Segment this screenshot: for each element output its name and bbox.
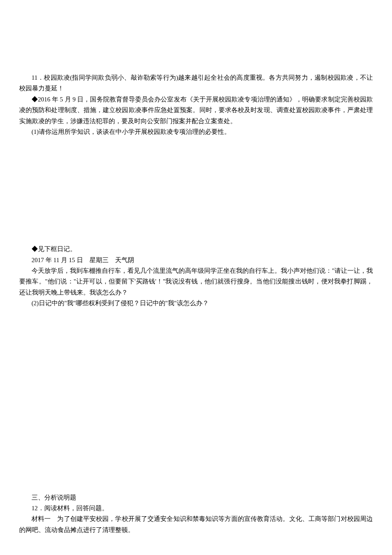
diary-block: ◆见下框日记。 2017 年 11 月 15 日 星期三 天气阴 今天放学后，我… <box>19 244 373 309</box>
q12-intro: 12．阅读材料，回答问题。 <box>19 503 373 514</box>
diary-date: 2017 年 11 月 15 日 星期三 天气阴 <box>19 255 373 266</box>
diary-body: 今天放学后，我到车棚推自行车，看见几个流里流气的高年级同学正坐在我的自行车上。我… <box>19 266 373 298</box>
material1: 材料一 为了创建平安校园，学校开展了交通安全知识和禁毒知识等方面的宣传教育活动。… <box>19 514 373 535</box>
section3-title: 三、分析说明题 <box>19 492 373 503</box>
question-11-block: 11．校园欺凌(指同学间欺负弱小、敲诈勒索等行为)越来越引起全社会的高度重视。各… <box>19 72 373 137</box>
answer-space-2 <box>19 309 373 492</box>
diary-intro: ◆见下框日记。 <box>19 244 373 254</box>
answer-space-1 <box>19 137 373 244</box>
section-3-block: 三、分析说明题 12．阅读材料，回答问题。 材料一 为了创建平安校园，学校开展了… <box>19 492 373 536</box>
q11-sub2: (2)日记中的"我"哪些权利受到了侵犯？日记中的"我"该怎么办？ <box>19 298 373 309</box>
q11-sub1: (1)请你运用所学知识，谈谈在中小学开展校园欺凌专项治理的必要性。 <box>19 127 373 137</box>
q11-intro: 11．校园欺凌(指同学间欺负弱小、敲诈勒索等行为)越来越引起全社会的高度重视。各… <box>19 72 373 94</box>
q11-policy: ◆2016 年 5 月 9 日，国务院教育督导委员会办公室发布《关于开展校园欺凌… <box>19 94 373 127</box>
